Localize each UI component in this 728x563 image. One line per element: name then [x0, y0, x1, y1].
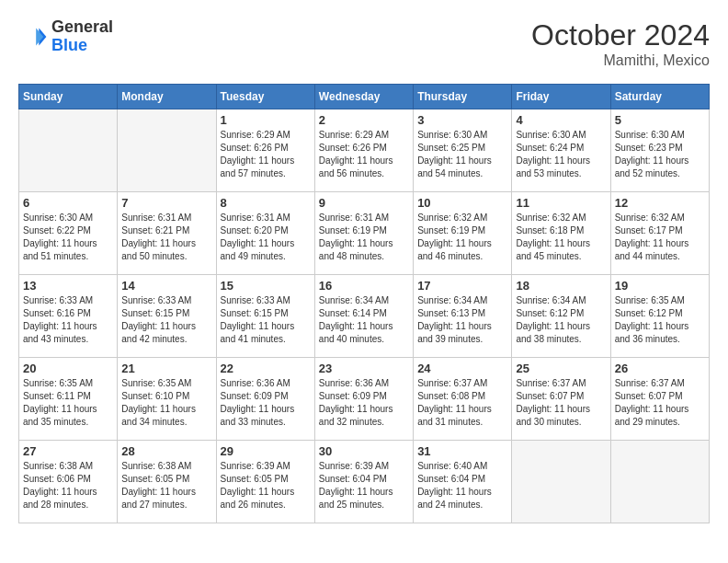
day-number: 5	[615, 113, 705, 127]
day-number: 19	[615, 279, 705, 293]
cell-info: Sunrise: 6:38 AMSunset: 6:05 PMDaylight:…	[121, 460, 211, 511]
week-row: 6Sunrise: 6:30 AMSunset: 6:22 PMDaylight…	[19, 192, 710, 275]
calendar-cell: 12Sunrise: 6:32 AMSunset: 6:17 PMDayligh…	[610, 192, 709, 275]
cell-info: Sunrise: 6:30 AMSunset: 6:24 PMDaylight:…	[516, 129, 606, 180]
day-number: 4	[516, 113, 606, 127]
calendar-cell	[512, 441, 610, 523]
cell-info: Sunrise: 6:40 AMSunset: 6:04 PMDaylight:…	[417, 460, 507, 511]
day-number: 9	[319, 196, 409, 210]
cell-info: Sunrise: 6:35 AMSunset: 6:10 PMDaylight:…	[121, 377, 211, 429]
calendar-cell: 23Sunrise: 6:36 AMSunset: 6:09 PMDayligh…	[314, 358, 413, 441]
cell-info: Sunrise: 6:33 AMSunset: 6:15 PMDaylight:…	[221, 294, 311, 346]
week-row: 1Sunrise: 6:29 AMSunset: 6:26 PMDaylight…	[19, 109, 710, 192]
weekday-header: Thursday	[414, 85, 512, 109]
logo-text: General Blue	[51, 18, 113, 55]
cell-info: Sunrise: 6:32 AMSunset: 6:19 PMDaylight:…	[417, 212, 507, 263]
calendar-cell: 20Sunrise: 6:35 AMSunset: 6:11 PMDayligh…	[19, 358, 118, 441]
calendar-cell: 15Sunrise: 6:33 AMSunset: 6:15 PMDayligh…	[216, 275, 314, 358]
cell-info: Sunrise: 6:33 AMSunset: 6:15 PMDaylight:…	[121, 294, 211, 346]
day-number: 24	[417, 362, 507, 375]
calendar-cell: 21Sunrise: 6:35 AMSunset: 6:10 PMDayligh…	[118, 358, 216, 441]
calendar-cell: 24Sunrise: 6:37 AMSunset: 6:08 PMDayligh…	[414, 358, 512, 441]
day-number: 6	[23, 196, 113, 210]
calendar-cell	[118, 109, 216, 192]
day-number: 27	[23, 444, 113, 458]
calendar-cell: 10Sunrise: 6:32 AMSunset: 6:19 PMDayligh…	[414, 192, 512, 275]
day-number: 17	[417, 279, 507, 293]
cell-info: Sunrise: 6:39 AMSunset: 6:05 PMDaylight:…	[221, 460, 311, 511]
day-number: 18	[516, 279, 606, 293]
day-number: 13	[23, 279, 113, 293]
calendar-cell: 4Sunrise: 6:30 AMSunset: 6:24 PMDaylight…	[512, 109, 610, 192]
day-number: 28	[121, 444, 211, 458]
cell-info: Sunrise: 6:32 AMSunset: 6:17 PMDaylight:…	[615, 212, 705, 263]
day-number: 8	[221, 196, 311, 210]
cell-info: Sunrise: 6:34 AMSunset: 6:13 PMDaylight:…	[417, 294, 507, 346]
week-row: 20Sunrise: 6:35 AMSunset: 6:11 PMDayligh…	[19, 358, 710, 441]
weekday-header: Tuesday	[216, 85, 314, 109]
cell-info: Sunrise: 6:30 AMSunset: 6:23 PMDaylight:…	[615, 129, 705, 180]
calendar-cell: 25Sunrise: 6:37 AMSunset: 6:07 PMDayligh…	[512, 358, 610, 441]
calendar-cell: 1Sunrise: 6:29 AMSunset: 6:26 PMDaylight…	[216, 109, 314, 192]
day-number: 11	[516, 196, 606, 210]
calendar-cell: 27Sunrise: 6:38 AMSunset: 6:06 PMDayligh…	[19, 441, 118, 523]
calendar-cell: 6Sunrise: 6:30 AMSunset: 6:22 PMDaylight…	[19, 192, 118, 275]
title-block: October 2024 Mamithi, Mexico	[531, 18, 710, 69]
location: Mamithi, Mexico	[531, 52, 710, 69]
cell-info: Sunrise: 6:30 AMSunset: 6:25 PMDaylight:…	[417, 129, 507, 180]
cell-info: Sunrise: 6:31 AMSunset: 6:21 PMDaylight:…	[121, 212, 211, 263]
day-number: 14	[121, 279, 211, 293]
calendar-cell: 26Sunrise: 6:37 AMSunset: 6:07 PMDayligh…	[610, 358, 709, 441]
page-header: General Blue October 2024 Mamithi, Mexic…	[18, 18, 710, 69]
calendar-cell: 29Sunrise: 6:39 AMSunset: 6:05 PMDayligh…	[216, 441, 314, 523]
cell-info: Sunrise: 6:36 AMSunset: 6:09 PMDaylight:…	[319, 377, 409, 429]
day-number: 15	[221, 279, 311, 293]
cell-info: Sunrise: 6:31 AMSunset: 6:20 PMDaylight:…	[221, 212, 311, 263]
calendar-header-row: SundayMondayTuesdayWednesdayThursdayFrid…	[19, 85, 710, 109]
day-number: 20	[23, 362, 113, 375]
cell-info: Sunrise: 6:37 AMSunset: 6:08 PMDaylight:…	[417, 377, 507, 429]
cell-info: Sunrise: 6:33 AMSunset: 6:16 PMDaylight:…	[23, 294, 113, 346]
day-number: 25	[516, 362, 606, 375]
cell-info: Sunrise: 6:29 AMSunset: 6:26 PMDaylight:…	[319, 129, 409, 180]
weekday-header: Wednesday	[314, 85, 413, 109]
calendar-cell: 8Sunrise: 6:31 AMSunset: 6:20 PMDaylight…	[216, 192, 314, 275]
cell-info: Sunrise: 6:32 AMSunset: 6:18 PMDaylight:…	[516, 212, 606, 263]
calendar-cell: 30Sunrise: 6:39 AMSunset: 6:04 PMDayligh…	[314, 441, 413, 523]
calendar-cell: 9Sunrise: 6:31 AMSunset: 6:19 PMDaylight…	[314, 192, 413, 275]
week-row: 13Sunrise: 6:33 AMSunset: 6:16 PMDayligh…	[19, 275, 710, 358]
day-number: 12	[615, 196, 705, 210]
day-number: 26	[615, 362, 705, 375]
calendar-cell: 31Sunrise: 6:40 AMSunset: 6:04 PMDayligh…	[414, 441, 512, 523]
day-number: 30	[319, 444, 409, 458]
calendar-cell: 22Sunrise: 6:36 AMSunset: 6:09 PMDayligh…	[216, 358, 314, 441]
week-row: 27Sunrise: 6:38 AMSunset: 6:06 PMDayligh…	[19, 441, 710, 523]
calendar-cell: 11Sunrise: 6:32 AMSunset: 6:18 PMDayligh…	[512, 192, 610, 275]
cell-info: Sunrise: 6:39 AMSunset: 6:04 PMDaylight:…	[319, 460, 409, 511]
calendar-cell: 28Sunrise: 6:38 AMSunset: 6:05 PMDayligh…	[118, 441, 216, 523]
cell-info: Sunrise: 6:31 AMSunset: 6:19 PMDaylight:…	[319, 212, 409, 263]
cell-info: Sunrise: 6:37 AMSunset: 6:07 PMDaylight:…	[615, 377, 705, 429]
logo-blue: Blue	[51, 36, 87, 54]
logo-general: General	[51, 17, 113, 36]
weekday-header: Saturday	[610, 85, 709, 109]
calendar-cell: 13Sunrise: 6:33 AMSunset: 6:16 PMDayligh…	[19, 275, 118, 358]
calendar-cell: 17Sunrise: 6:34 AMSunset: 6:13 PMDayligh…	[414, 275, 512, 358]
calendar-table: SundayMondayTuesdayWednesdayThursdayFrid…	[18, 84, 710, 523]
day-number: 1	[221, 113, 311, 127]
calendar-cell: 18Sunrise: 6:34 AMSunset: 6:12 PMDayligh…	[512, 275, 610, 358]
weekday-header: Sunday	[19, 85, 118, 109]
cell-info: Sunrise: 6:34 AMSunset: 6:14 PMDaylight:…	[319, 294, 409, 346]
weekday-header: Friday	[512, 85, 610, 109]
day-number: 16	[319, 279, 409, 293]
logo-icon	[18, 22, 48, 52]
cell-info: Sunrise: 6:34 AMSunset: 6:12 PMDaylight:…	[516, 294, 606, 346]
day-number: 21	[121, 362, 211, 375]
calendar-cell: 5Sunrise: 6:30 AMSunset: 6:23 PMDaylight…	[610, 109, 709, 192]
cell-info: Sunrise: 6:35 AMSunset: 6:11 PMDaylight:…	[23, 377, 113, 429]
logo: General Blue	[18, 18, 113, 55]
calendar-cell	[19, 109, 118, 192]
day-number: 29	[221, 444, 311, 458]
cell-info: Sunrise: 6:30 AMSunset: 6:22 PMDaylight:…	[23, 212, 113, 263]
day-number: 31	[417, 444, 507, 458]
